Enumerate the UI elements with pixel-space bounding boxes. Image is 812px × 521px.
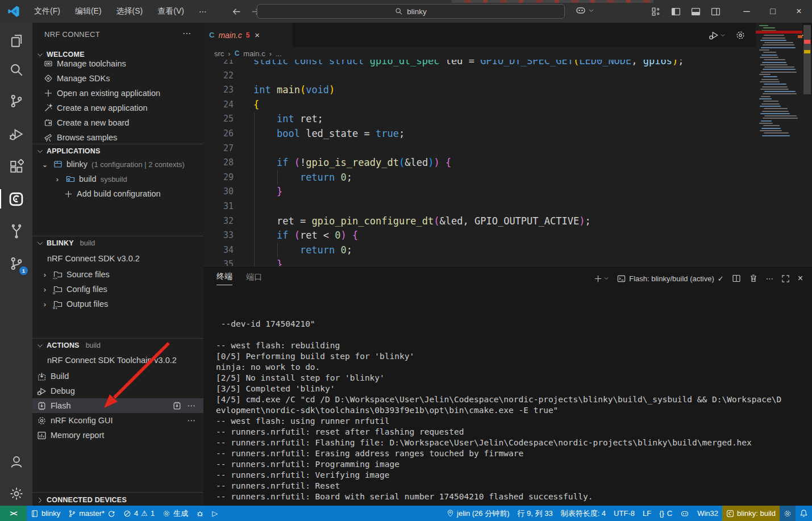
status-copilot[interactable] xyxy=(676,506,693,521)
terminal-task-item[interactable]: Flash: blinky/build (active) ✓ xyxy=(617,274,723,283)
welcome-manage-sdks[interactable]: Manage SDKs xyxy=(32,71,203,86)
toggle-secondary-sidebar-icon[interactable] xyxy=(711,7,721,16)
erase-flash-icon[interactable] xyxy=(172,401,182,411)
tree-item-toolchain-version[interactable]: nRF Connect SDK Toolchain v3.0.2 xyxy=(32,353,203,368)
status-run[interactable]: ▷ xyxy=(208,506,222,521)
section-blinky[interactable]: BLINKY build xyxy=(32,236,203,250)
copilot-menu[interactable] xyxy=(575,5,594,16)
sidebar-more-actions[interactable]: ⋯ xyxy=(182,28,191,39)
status-problems[interactable]: 4 ⚠ 1 xyxy=(119,506,159,521)
welcome-create-new-board[interactable]: Create a new board xyxy=(32,115,203,130)
row-more-actions[interactable]: ⋯ xyxy=(188,416,196,425)
tab-close-icon[interactable]: × xyxy=(255,30,260,40)
action-debug[interactable]: Debug xyxy=(32,384,203,398)
menu-more[interactable]: ⋯ xyxy=(191,0,214,23)
activitybar-source-control[interactable] xyxy=(0,88,32,114)
activitybar-search[interactable] xyxy=(0,57,32,83)
nav-back-icon[interactable] xyxy=(232,7,241,16)
person-pin-icon xyxy=(447,510,454,517)
panel-tab-ports[interactable]: 端口 xyxy=(246,272,262,285)
customize-layout-icon[interactable] xyxy=(651,7,661,16)
maximize-button[interactable]: □ xyxy=(760,0,786,23)
status-branch[interactable]: master* xyxy=(64,506,119,521)
status-eol[interactable]: LF xyxy=(639,506,655,521)
menu-view[interactable]: 查看(V) xyxy=(150,0,191,23)
panel-more-actions[interactable]: ⋯ xyxy=(766,274,773,283)
status-build-task[interactable]: 生成 xyxy=(159,506,192,521)
sdk-icon xyxy=(44,74,53,83)
scrollbar-thumb[interactable] xyxy=(803,25,811,94)
status-language[interactable]: {} C xyxy=(655,506,676,521)
toggle-panel-icon[interactable] xyxy=(691,7,701,16)
menu-selection[interactable]: 选择(S) xyxy=(109,0,151,23)
status-nrf-quick-menu[interactable] xyxy=(780,506,796,521)
activitybar-settings[interactable] xyxy=(0,481,32,507)
command-center-search[interactable]: blinky xyxy=(257,4,565,19)
tree-item-build[interactable]: › build sysbuild xyxy=(32,172,203,186)
welcome-browse-samples[interactable]: Browse samples xyxy=(32,130,203,145)
activitybar-remote-explorer[interactable]: 1 xyxy=(0,251,32,277)
debug-alt-icon xyxy=(709,30,719,40)
tree-item-blinky[interactable]: ⌄ blinky (1 configuration | 2 contexts) xyxy=(32,157,203,172)
activitybar-nrf-terminal[interactable] xyxy=(0,218,32,244)
tab-main-c[interactable]: C main.c 5 × xyxy=(203,23,292,47)
kill-terminal-icon[interactable] xyxy=(749,274,758,283)
status-blame[interactable]: jelin (26 分钟前) xyxy=(443,506,513,521)
gear-icon[interactable] xyxy=(735,30,746,40)
new-terminal-button[interactable] xyxy=(594,274,609,283)
tree-item-add-build-configuration[interactable]: Add build configuration xyxy=(32,186,203,201)
code-editor[interactable]: 21static const struct gpio_dt_spec led =… xyxy=(203,60,756,266)
minimize-button[interactable]: ─ xyxy=(734,0,760,23)
status-os[interactable]: Win32 xyxy=(693,506,722,521)
activitybar-nrf-connect[interactable] xyxy=(0,186,32,212)
status-notifications[interactable] xyxy=(796,506,812,521)
breadcrumb-src[interactable]: src xyxy=(214,49,224,58)
menu-file[interactable]: 文件(F) xyxy=(27,0,68,23)
action-memory-report[interactable]: Memory report xyxy=(32,428,203,443)
status-encoding[interactable]: UTF-8 xyxy=(610,506,639,521)
debug-run-button[interactable] xyxy=(709,30,726,40)
toggle-sidebar-icon[interactable] xyxy=(671,7,681,16)
vscode-window: 文件(F) 编辑(E) 选择(S) 查看(V) ⋯ blinky ─ □ × xyxy=(0,0,812,521)
status-cursor-position[interactable]: 行 9, 列 33 xyxy=(514,506,557,521)
section-applications[interactable]: APPLICATIONS xyxy=(32,144,203,158)
status-nrf-build-config[interactable]: blinky: build xyxy=(722,506,780,521)
action-flash[interactable]: Flash ⋯ xyxy=(32,398,203,413)
minimap-line xyxy=(764,35,784,36)
activitybar-extensions[interactable] xyxy=(0,153,32,180)
section-actions[interactable]: ACTIONS build xyxy=(32,339,203,352)
action-build[interactable]: Build xyxy=(32,369,203,384)
activitybar-run-debug[interactable] xyxy=(0,121,32,147)
action-kconfig-gui[interactable]: nRF Kconfig GUI ⋯ xyxy=(32,413,203,428)
status-project[interactable]: blinky xyxy=(27,506,64,521)
welcome-open-existing-app[interactable]: Open an existing application xyxy=(32,86,203,101)
gear-flower-icon xyxy=(784,510,792,518)
row-more-actions[interactable]: ⋯ xyxy=(188,401,196,410)
minimap-line xyxy=(760,113,790,114)
tree-item-config-files[interactable]: › ⚙ Config files xyxy=(32,282,203,297)
maximize-panel-icon[interactable] xyxy=(781,274,790,283)
code-line: 32 ret = gpio_pin_configure_dt(&led, GPI… xyxy=(203,214,756,229)
breadcrumb-file[interactable]: main.c xyxy=(243,49,265,58)
remote-indicator[interactable]: >< xyxy=(0,506,27,521)
tree-item-output-files[interactable]: › 01 Output files xyxy=(32,297,203,311)
welcome-manage-toolchains[interactable]: Manage toolchains xyxy=(32,56,203,71)
section-connected-devices[interactable]: CONNECTED DEVICES xyxy=(32,493,203,507)
breadcrumb-symbol[interactable]: ... xyxy=(276,49,282,58)
split-terminal-icon[interactable] xyxy=(732,274,741,283)
status-indentation[interactable]: 制表符长度: 4 xyxy=(557,506,610,521)
welcome-create-new-app[interactable]: Create a new application xyxy=(32,101,203,115)
tree-item-source-files[interactable]: › <> Source files xyxy=(32,267,203,282)
minimap-line xyxy=(760,81,780,82)
activitybar-accounts[interactable] xyxy=(0,449,32,475)
panel-tab-terminal[interactable]: 终端 xyxy=(216,272,232,285)
close-button[interactable]: × xyxy=(786,0,812,23)
minimap[interactable] xyxy=(756,23,802,266)
terminal-output[interactable]: --dev-id 174504210" -- west flash: rebui… xyxy=(216,297,807,506)
close-panel-icon[interactable]: × xyxy=(798,273,803,284)
tree-item-sdk-version[interactable]: nRF Connect SDK v3.0.2 xyxy=(32,251,203,266)
activitybar-explorer[interactable] xyxy=(0,28,32,54)
menu-edit[interactable]: 编辑(E) xyxy=(68,0,109,23)
search-icon xyxy=(395,7,403,15)
status-debug[interactable] xyxy=(192,506,208,521)
